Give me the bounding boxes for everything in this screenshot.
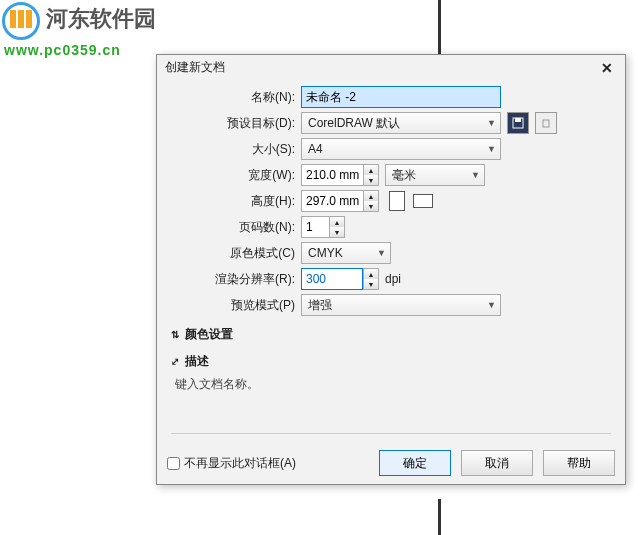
site-url: www.pc0359.cn bbox=[4, 42, 121, 58]
color-settings-section[interactable]: ⇅ 颜色设置 bbox=[171, 326, 611, 343]
delete-preset-button[interactable] bbox=[535, 112, 557, 134]
portrait-icon[interactable] bbox=[389, 191, 405, 211]
cancel-button[interactable]: 取消 bbox=[461, 450, 533, 476]
width-spinner[interactable]: ▲▼ bbox=[301, 164, 379, 186]
spin-up-icon[interactable]: ▲ bbox=[330, 217, 344, 227]
orientation-toggle[interactable] bbox=[389, 191, 433, 211]
resolution-label: 渲染分辨率(R): bbox=[171, 271, 301, 288]
preview-value: 增强 bbox=[308, 297, 332, 314]
unit-value: 毫米 bbox=[392, 167, 416, 184]
help-button[interactable]: 帮助 bbox=[543, 450, 615, 476]
height-label: 高度(H): bbox=[171, 193, 301, 210]
size-label: 大小(S): bbox=[171, 141, 301, 158]
preset-value: CorelDRAW 默认 bbox=[308, 115, 400, 132]
colormode-dropdown[interactable]: CMYK ▼ bbox=[301, 242, 391, 264]
preview-dropdown[interactable]: 增强 ▼ bbox=[301, 294, 501, 316]
dialog-title: 创建新文档 bbox=[165, 59, 225, 76]
checkbox-input[interactable] bbox=[167, 457, 180, 470]
pages-spinner[interactable]: ▲▼ bbox=[301, 216, 345, 238]
description-text: 键入文档名称。 bbox=[175, 376, 611, 393]
width-input[interactable] bbox=[301, 164, 363, 186]
preset-dropdown[interactable]: CorelDRAW 默认 ▼ bbox=[301, 112, 501, 134]
save-preset-button[interactable] bbox=[507, 112, 529, 134]
canvas-guide bbox=[438, 499, 441, 535]
colormode-label: 原色模式(C) bbox=[171, 245, 301, 262]
name-label: 名称(N): bbox=[171, 89, 301, 106]
chevron-down-icon: ▼ bbox=[487, 144, 496, 154]
description-section[interactable]: ⤢ 描述 bbox=[171, 353, 611, 370]
preview-label: 预览模式(P) bbox=[171, 297, 301, 314]
height-input[interactable] bbox=[301, 190, 363, 212]
chevron-down-icon: ▼ bbox=[377, 248, 386, 258]
section-title: 描述 bbox=[185, 353, 209, 370]
spin-down-icon[interactable]: ▼ bbox=[330, 227, 344, 237]
spin-up-icon[interactable]: ▲ bbox=[364, 165, 378, 175]
chevron-down-icon: ▼ bbox=[471, 170, 480, 180]
preset-label: 预设目标(D): bbox=[171, 115, 301, 132]
create-document-dialog: 创建新文档 ✕ 名称(N): 预设目标(D): CorelDRAW 默认 ▼ 大… bbox=[156, 54, 626, 485]
chevron-down-icon: ▼ bbox=[487, 118, 496, 128]
site-watermark: 河东软件园 www.pc0359.cn bbox=[0, 0, 180, 40]
svg-rect-2 bbox=[543, 120, 549, 127]
dont-show-checkbox[interactable]: 不再显示此对话框(A) bbox=[167, 455, 296, 472]
close-icon[interactable]: ✕ bbox=[597, 60, 617, 76]
name-input[interactable] bbox=[301, 86, 501, 108]
landscape-icon[interactable] bbox=[413, 194, 433, 208]
spin-up-icon[interactable]: ▲ bbox=[364, 269, 378, 279]
chevron-down-icon: ▼ bbox=[487, 300, 496, 310]
colormode-value: CMYK bbox=[308, 246, 343, 260]
spin-down-icon[interactable]: ▼ bbox=[364, 201, 378, 211]
dialog-titlebar[interactable]: 创建新文档 ✕ bbox=[157, 55, 625, 80]
section-title: 颜色设置 bbox=[185, 326, 233, 343]
spin-down-icon[interactable]: ▼ bbox=[364, 279, 378, 289]
spin-down-icon[interactable]: ▼ bbox=[364, 175, 378, 185]
site-name: 河东软件园 bbox=[46, 4, 156, 34]
width-label: 宽度(W): bbox=[171, 167, 301, 184]
ok-button[interactable]: 确定 bbox=[379, 450, 451, 476]
resolution-input[interactable] bbox=[301, 268, 363, 290]
height-spinner[interactable]: ▲▼ bbox=[301, 190, 379, 212]
pages-input[interactable] bbox=[301, 216, 329, 238]
size-dropdown[interactable]: A4 ▼ bbox=[301, 138, 501, 160]
resolution-unit: dpi bbox=[385, 272, 401, 286]
collapse-icon: ⤢ bbox=[171, 356, 179, 367]
canvas-guide bbox=[438, 0, 441, 56]
expand-icon: ⇅ bbox=[171, 329, 179, 340]
spin-up-icon[interactable]: ▲ bbox=[364, 191, 378, 201]
pages-label: 页码数(N): bbox=[171, 219, 301, 236]
resolution-spinner[interactable]: ▲▼ bbox=[301, 268, 379, 290]
checkbox-label: 不再显示此对话框(A) bbox=[184, 455, 296, 472]
unit-dropdown[interactable]: 毫米 ▼ bbox=[385, 164, 485, 186]
svg-rect-1 bbox=[515, 118, 521, 122]
size-value: A4 bbox=[308, 142, 323, 156]
